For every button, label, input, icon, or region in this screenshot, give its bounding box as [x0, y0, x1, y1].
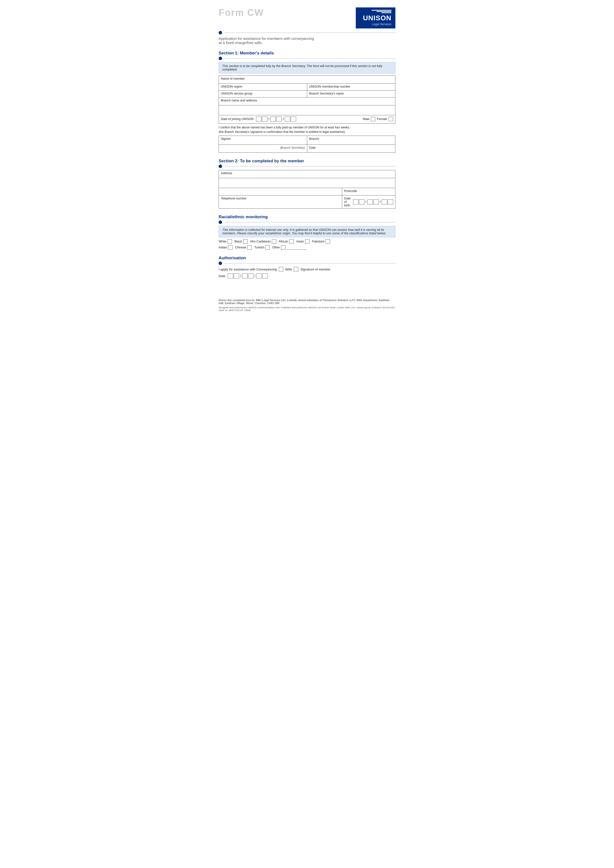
section1-banner: This section is to be completed fully by…: [219, 62, 395, 73]
unison-membership-label: UNISON membership number: [309, 85, 351, 88]
other-text-field[interactable]: [286, 245, 306, 250]
racial-banner: This information is collected for intern…: [219, 226, 395, 237]
branch-secretary-name-label: Branch Secretary's name: [309, 92, 344, 95]
subtitle: Application for assistance for members w…: [219, 36, 395, 45]
racial-asian: Asian: [296, 239, 309, 244]
postcode-field[interactable]: Postcode: [342, 188, 395, 195]
auth-date-label: Date: [219, 274, 225, 278]
date-joining-label: Date of joining UNISON: [221, 117, 253, 121]
auth-date-boxes[interactable]: / /: [228, 273, 268, 278]
conveyancing-label: I apply for assistance with Conveyancing: [219, 268, 277, 271]
branch-secretary-name-field[interactable]: Branch Secretary's name: [307, 91, 395, 98]
racial-other: Other: [272, 245, 306, 250]
racial-indian: Indian: [219, 245, 233, 250]
racial-turkish: Turkish: [254, 245, 270, 250]
form-title: Form CW: [219, 8, 264, 18]
racial-afro-caribbean: Afro Caribbean: [250, 239, 276, 244]
unison-service-group-label: UNISON service group: [221, 92, 252, 95]
address-line3-field[interactable]: [219, 188, 342, 195]
section1-dot: [219, 57, 222, 60]
section2-title: Section 2: To be completed by the member: [219, 157, 395, 164]
authorisation-dot: [219, 262, 222, 265]
signed-field[interactable]: Signed: [219, 136, 307, 145]
section-dot: [219, 31, 222, 34]
branch-address-line2-field[interactable]: [219, 105, 395, 115]
unison-region-label: UNISON region: [221, 85, 242, 88]
branch-name-address-field[interactable]: Branch name and address: [219, 98, 395, 105]
branch-name-address-label: Branch name and address: [221, 99, 257, 102]
address-field[interactable]: Address: [219, 170, 395, 178]
name-of-member-label: Name of member: [221, 77, 245, 81]
date-field[interactable]: Date: [307, 145, 395, 153]
section2-divider: [225, 166, 395, 166]
signature-area[interactable]: [219, 279, 325, 294]
telephone-label: Telephone number: [221, 197, 247, 200]
telephone-field[interactable]: Telephone number: [219, 195, 342, 209]
logo-legal: Legal Services: [372, 23, 392, 26]
branch-secretary-sub-label: (Branch Secretary): [219, 145, 307, 153]
checkbox-turkish[interactable]: [265, 245, 270, 250]
checkbox-asian[interactable]: [305, 239, 309, 244]
section2-dot: [219, 164, 222, 168]
date-label: Date: [309, 146, 316, 149]
checkbox-indian[interactable]: [228, 245, 233, 250]
male-label: Male: [363, 117, 369, 121]
signed-label: Signed: [221, 137, 230, 141]
date-joining-boxes[interactable]: / /: [256, 116, 296, 121]
branch-field[interactable]: Branch: [307, 136, 395, 145]
checkbox-afro-caribbean[interactable]: [272, 239, 276, 244]
signature-of-member-label: Signature of member: [300, 268, 330, 271]
authorisation-title: Authorisation: [219, 254, 395, 262]
postcode-label: Postcode: [344, 189, 357, 193]
dob-field[interactable]: Date of birth / /: [342, 195, 395, 209]
logo-unison: UNISON: [363, 14, 392, 22]
wills-label: Wills: [285, 268, 292, 271]
wills-checkbox[interactable]: [294, 267, 298, 271]
racial-row1: White Black Afro Caribbean African Asian…: [219, 239, 395, 244]
unison-region-field[interactable]: UNISON region: [219, 84, 307, 91]
racial-white: White: [219, 239, 232, 244]
checkbox-chinese[interactable]: [247, 245, 252, 250]
racial-pakistani: Pakistani: [312, 239, 330, 244]
section1-title: Section 1: Member's details: [219, 49, 274, 57]
racial-title: Racial/ethnic monitoring: [219, 213, 395, 220]
racial-chinese: Chinese: [235, 245, 252, 250]
confirm-text: I confirm that the above named has been …: [219, 125, 395, 134]
racial-row2: Indian Chinese Turkish Other: [219, 245, 395, 250]
checkbox-white[interactable]: [227, 239, 232, 244]
unison-service-group-field[interactable]: UNISON service group: [219, 91, 307, 98]
racial-african: African: [279, 239, 294, 244]
footer-small: Designed and produced by UNISON Communic…: [219, 306, 395, 312]
logo-box: UNISON Legal Services: [356, 8, 395, 28]
checkbox-black[interactable]: [243, 239, 247, 244]
address-line2-field[interactable]: [219, 178, 395, 188]
authorisation-divider: [225, 263, 395, 264]
dob-label: Date of birth: [344, 197, 351, 207]
racial-dot: [219, 220, 222, 224]
racial-black: Black: [235, 239, 247, 244]
checkbox-african[interactable]: [289, 239, 294, 244]
checkbox-pakistani[interactable]: [326, 239, 330, 244]
branch-label: Branch: [309, 137, 319, 141]
conveyancing-checkbox[interactable]: [279, 267, 283, 271]
dotted-divider: [225, 33, 395, 33]
address-label: Address: [221, 172, 232, 175]
footer-return: Return this completed form to: BBH Legal…: [219, 299, 395, 305]
dob-boxes[interactable]: / /: [353, 200, 393, 205]
female-label: Female: [377, 117, 387, 121]
section1-divider: [225, 58, 395, 59]
name-of-member-field[interactable]: Name of member: [219, 76, 395, 84]
racial-divider: [225, 222, 395, 222]
female-checkbox[interactable]: [389, 117, 393, 121]
male-checkbox[interactable]: [371, 117, 375, 121]
checkbox-other[interactable]: [281, 245, 286, 250]
unison-membership-field[interactable]: UNISON membership number: [307, 84, 395, 91]
